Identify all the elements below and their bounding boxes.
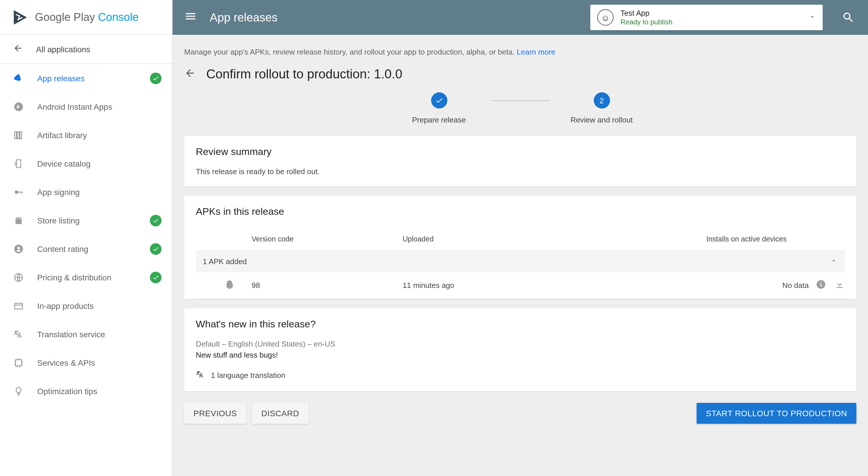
all-applications-label: All applications [36,44,90,54]
card-title: APKs in this release [196,206,845,218]
step-label: Review and rollout [570,115,633,124]
sidebar-item-app-releases[interactable]: App releases [0,64,172,92]
check-icon [150,243,161,254]
sidebar-item-label: Translation service [37,330,105,339]
sidebar-item-label: Artifact library [37,130,87,140]
card-icon [13,300,24,311]
sidebar-item-instant-apps[interactable]: Android Instant Apps [0,92,172,121]
logo-text: Google Play Console [35,11,138,24]
sidebar-item-store-listing[interactable]: Store listing [0,206,172,235]
check-icon [150,72,161,84]
apk-uploaded: 11 minutes ago [403,281,612,290]
whats-new-card: What's new in this release? Default – En… [184,308,857,391]
download-icon[interactable] [834,279,845,292]
col-version: Version code [252,235,403,243]
svg-rect-7 [21,192,22,194]
step-check-icon [431,92,447,108]
sidebar-item-content-rating[interactable]: Content rating [0,235,172,263]
services-icon [13,357,24,368]
sidebar-item-app-signing[interactable]: App signing [0,178,172,206]
sidebar-item-label: Optimization tips [37,386,97,396]
sidebar-item-pricing-distribution[interactable]: Pricing & distribution [0,263,172,292]
svg-rect-14 [820,283,822,287]
search-icon[interactable] [840,11,857,24]
svg-rect-3 [20,132,22,138]
store-icon [13,215,24,226]
apk-installs: No data [612,281,816,290]
svg-rect-4 [17,160,21,167]
key-icon [13,186,24,197]
review-body: This release is ready to be rolled out. [196,167,845,176]
apk-table-header: Version code Uploaded Installs on active… [196,227,845,251]
sidebar-item-label: Android Instant Apps [37,102,112,111]
info-icon[interactable] [816,279,826,292]
menu-icon[interactable] [184,10,197,25]
bolt-icon [13,101,24,112]
svg-rect-2 [18,132,19,138]
translate-icon [13,329,24,339]
chevron-up-icon [830,257,838,266]
discard-button[interactable]: DISCARD [252,403,309,424]
svg-rect-11 [15,303,23,309]
apks-card: APKs in this release Version code Upload… [184,196,857,299]
app-selector[interactable]: ☺ Test App Ready to publish [590,5,823,30]
header: App releases ☺ Test App Ready to publish [173,0,868,35]
translate-icon [196,370,205,381]
sidebar-item-device-catalog[interactable]: Device catalog [0,149,172,178]
previous-button[interactable]: PREVIOUS [184,403,246,424]
sidebar-item-label: Store listing [37,216,80,225]
page-title: Confirm rollout to production: 1.0.0 [206,67,402,82]
step-label: Prepare release [412,115,466,124]
sidebar-item-artifact-library[interactable]: Artifact library [0,121,172,149]
svg-point-9 [18,247,20,249]
sidebar-item-label: In-app products [37,301,94,310]
logo[interactable]: Google Play Console [0,0,172,35]
sidebar-item-label: App releases [37,73,85,83]
sidebar-item-label: Device catalog [37,159,91,168]
back-arrow-icon[interactable] [184,67,196,81]
start-rollout-button[interactable]: START ROLLOUT TO PRODUCTION [696,403,857,424]
apk-group-header[interactable]: 1 APK added [196,251,845,272]
release-notes-body: New stuff and less bugs! [196,351,845,359]
col-installs: Installs on active devices [612,235,845,243]
sidebar-item-services-apis[interactable]: Services & APIs [0,348,172,377]
apk-group-label: 1 APK added [203,257,247,266]
app-status: Ready to publish [620,18,802,26]
rating-icon [13,243,24,254]
card-title: What's new in this release? [196,319,845,330]
apk-row: 98 11 minutes ago No data [196,272,845,299]
svg-rect-15 [820,282,822,283]
sidebar-item-in-app-products[interactable]: In-app products [0,292,172,320]
sidebar-item-optimization-tips[interactable]: Optimization tips [0,377,172,405]
step-review-rollout: 2 Review and rollout [549,92,654,124]
intro-text: Manage your app's APKs, review release h… [184,47,857,56]
svg-rect-12 [16,360,22,366]
sidebar-item-translation-service[interactable]: Translation service [0,320,172,348]
rocket-icon [13,73,24,83]
sidebar: Google Play Console All applications App… [0,0,173,476]
apk-version: 98 [252,281,403,290]
all-applications-link[interactable]: All applications [0,35,172,64]
play-console-logo-icon [11,8,29,26]
sidebar-item-label: Services & APIs [37,358,95,367]
step-number: 2 [593,92,610,108]
check-icon [150,271,161,283]
bulb-icon [13,386,24,396]
sidebar-item-label: Content rating [37,244,88,253]
translations-row[interactable]: 1 language translation [196,370,845,381]
learn-more-link[interactable]: Learn more [517,47,555,56]
release-notes-language: Default – English (United States) – en-U… [196,340,845,348]
arrow-left-icon [13,43,23,55]
footer-buttons: PREVIOUS DISCARD START ROLLOUT TO PRODUC… [184,401,857,433]
globe-icon [13,272,24,282]
step-connector [491,100,549,101]
app-name: Test App [620,9,802,18]
stepper: Prepare release 2 Review and rollout [184,92,857,124]
sidebar-item-label: App signing [37,187,80,197]
app-face-icon: ☺ [597,9,614,26]
translations-count: 1 language translation [211,371,285,380]
chevron-down-icon [809,12,816,23]
step-prepare-release: Prepare release [386,92,491,124]
sidebar-item-label: Pricing & distribution [37,273,111,282]
device-icon [13,158,24,169]
